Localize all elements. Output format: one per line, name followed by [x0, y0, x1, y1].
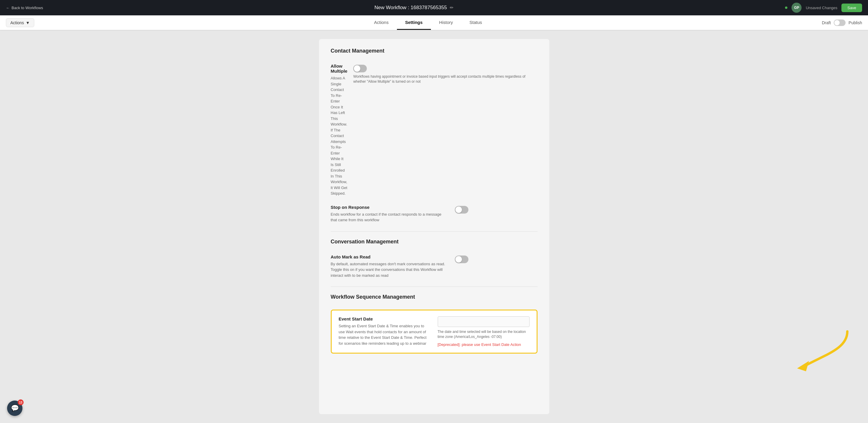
event-start-date-input[interactable] [438, 316, 530, 327]
allow-multiple-toggle[interactable] [353, 65, 367, 72]
top-navigation-bar: ← Back to Workflows New Workflow : 16837… [0, 0, 868, 16]
draft-label: Draft [822, 20, 831, 25]
allow-multiple-row: Allow Multiple Allows A Single Contact T… [331, 63, 537, 197]
contact-management-title: Contact Management [331, 48, 537, 56]
workflow-title-text: New Workflow : 1683787565355 [374, 5, 447, 11]
tabs-bar: Actions ▼ Actions Settings History Statu… [0, 16, 868, 30]
event-start-date-info: Event Start Date Setting an Event Start … [339, 316, 431, 347]
publish-label: Publish [848, 20, 862, 25]
back-to-workflows-link[interactable]: ← Back to Workflows [6, 6, 43, 10]
workflow-sequence-title: Workflow Sequence Management [331, 294, 537, 302]
allow-multiple-info: Allow Multiple Allows A Single Contact T… [331, 63, 348, 197]
allow-multiple-note: Workflows having appointment or invoice … [353, 74, 537, 84]
stop-on-response-name: Stop on Response [331, 205, 449, 210]
tab-history[interactable]: History [431, 16, 461, 30]
stop-on-response-row: Stop on Response Ends workflow for a con… [331, 205, 537, 223]
auto-mark-read-toggle[interactable] [455, 255, 468, 263]
allow-multiple-desc: Allows A Single Contact To Re-Enter Once… [331, 75, 348, 197]
stop-on-response-control [455, 205, 537, 214]
back-label: Back to Workflows [11, 6, 43, 10]
edit-icon[interactable]: ✏ [450, 5, 454, 10]
auto-mark-read-control [455, 254, 537, 263]
avatar-initials: GP [794, 6, 799, 10]
online-status-dot [785, 6, 787, 9]
tabs-center: Actions Settings History Status [34, 16, 822, 30]
actions-dropdown[interactable]: Actions ▼ [6, 18, 34, 27]
event-start-date-control: The date and time selected will be based… [438, 316, 530, 347]
event-start-date-row: Event Start Date Setting an Event Start … [339, 316, 530, 347]
auto-mark-read-desc: By default, automated messages don't mar… [331, 261, 449, 278]
tab-actions[interactable]: Actions [366, 16, 397, 30]
allow-multiple-name: Allow Multiple [331, 63, 348, 73]
top-bar-right: GP Unsaved Changes Save [785, 3, 862, 13]
auto-mark-read-info: Auto Mark as Read By default, automated … [331, 254, 449, 278]
event-start-date-highlighted-box: Event Start Date Setting an Event Start … [331, 309, 537, 354]
auto-mark-read-name: Auto Mark as Read [331, 254, 449, 259]
dropdown-chevron-icon: ▼ [26, 20, 30, 25]
chat-badge: 13 [18, 399, 24, 405]
back-arrow-icon: ← [6, 6, 10, 10]
tab-status[interactable]: Status [461, 16, 491, 30]
section-divider-1 [331, 231, 537, 232]
draft-publish-toggle[interactable] [834, 20, 845, 26]
chat-widget[interactable]: 💬 13 [7, 400, 23, 416]
main-content: Contact Management Allow Multiple Allows… [0, 30, 868, 423]
deprecated-text: [Deprecated]: please use Event Start Dat… [438, 342, 530, 347]
tabs-right-controls: Draft Publish [822, 20, 862, 26]
avatar: GP [792, 3, 802, 13]
tab-settings[interactable]: Settings [397, 16, 431, 30]
event-timezone-note: The date and time selected will be based… [438, 329, 530, 339]
allow-multiple-control: Workflows having appointment or invoice … [353, 63, 537, 84]
chat-icon: 💬 [11, 404, 19, 412]
stop-on-response-desc: Ends workflow for a contact if the conta… [331, 212, 449, 223]
yellow-arrow-annotation [788, 326, 853, 379]
actions-dropdown-label: Actions [10, 20, 24, 25]
stop-on-response-toggle[interactable] [455, 206, 468, 214]
stop-on-response-info: Stop on Response Ends workflow for a con… [331, 205, 449, 223]
settings-panel: Contact Management Allow Multiple Allows… [319, 39, 549, 414]
unsaved-changes-label: Unsaved Changes [806, 6, 837, 10]
event-start-date-desc: Setting an Event Start Date & Time enabl… [339, 323, 431, 346]
conversation-management-title: Conversation Management [331, 239, 537, 247]
main-wrapper: Contact Management Allow Multiple Allows… [6, 39, 862, 414]
svg-marker-0 [797, 361, 809, 371]
workflow-title: New Workflow : 1683787565355 ✏ [374, 5, 454, 11]
auto-mark-read-row: Auto Mark as Read By default, automated … [331, 254, 537, 278]
event-start-date-name: Event Start Date [339, 316, 431, 322]
section-divider-2 [331, 286, 537, 287]
save-button[interactable]: Save [841, 4, 862, 12]
